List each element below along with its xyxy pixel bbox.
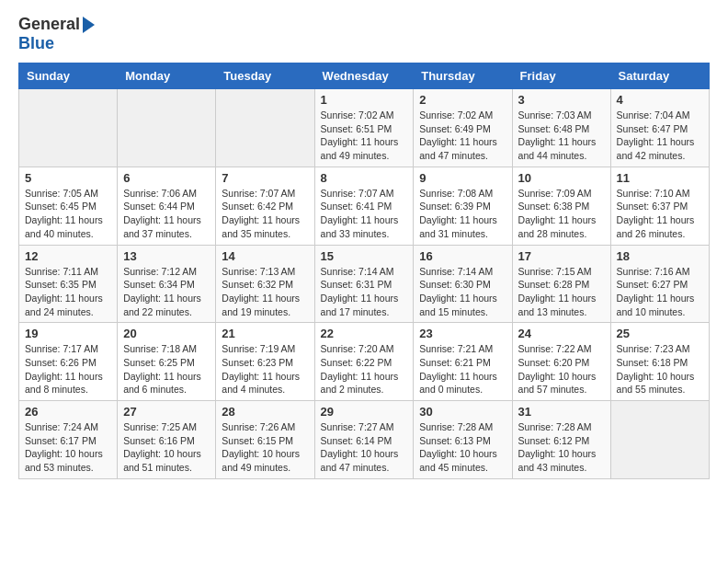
calendar-cell: 18Sunrise: 7:16 AM Sunset: 6:27 PM Dayli…: [610, 245, 709, 323]
day-number: 29: [321, 405, 408, 419]
calendar-cell: 1Sunrise: 7:02 AM Sunset: 6:51 PM Daylig…: [314, 89, 414, 167]
calendar-cell: 13Sunrise: 7:12 AM Sunset: 6:34 PM Dayli…: [118, 245, 216, 323]
day-number: 5: [25, 171, 111, 185]
day-number: 30: [419, 405, 506, 419]
day-info: Sunrise: 7:02 AM Sunset: 6:51 PM Dayligh…: [321, 109, 408, 163]
day-number: 23: [419, 327, 506, 340]
calendar-header-tuesday: Tuesday: [216, 63, 314, 89]
calendar-cell: 22Sunrise: 7:20 AM Sunset: 6:22 PM Dayli…: [314, 323, 414, 401]
calendar-week-row: 19Sunrise: 7:17 AM Sunset: 6:26 PM Dayli…: [19, 323, 710, 401]
calendar-cell: 14Sunrise: 7:13 AM Sunset: 6:32 PM Dayli…: [216, 245, 314, 323]
calendar-header-row: SundayMondayTuesdayWednesdayThursdayFrid…: [19, 63, 710, 89]
day-number: 13: [123, 249, 210, 263]
day-info: Sunrise: 7:28 AM Sunset: 6:13 PM Dayligh…: [419, 420, 506, 475]
logo-general: General: [18, 15, 80, 34]
day-info: Sunrise: 7:16 AM Sunset: 6:27 PM Dayligh…: [617, 265, 703, 319]
calendar-cell: 8Sunrise: 7:07 AM Sunset: 6:41 PM Daylig…: [314, 167, 414, 245]
calendar-header-monday: Monday: [118, 63, 216, 89]
calendar-cell: 7Sunrise: 7:07 AM Sunset: 6:42 PM Daylig…: [216, 167, 314, 245]
day-info: Sunrise: 7:06 AM Sunset: 6:44 PM Dayligh…: [123, 187, 210, 241]
calendar-week-row: 12Sunrise: 7:11 AM Sunset: 6:35 PM Dayli…: [19, 245, 710, 323]
day-number: 2: [419, 93, 506, 107]
calendar-cell: 31Sunrise: 7:28 AM Sunset: 6:12 PM Dayli…: [512, 401, 610, 479]
day-info: Sunrise: 7:20 AM Sunset: 6:22 PM Dayligh…: [321, 342, 408, 396]
day-number: 26: [25, 405, 111, 419]
day-number: 1: [321, 93, 408, 107]
calendar-cell: 29Sunrise: 7:27 AM Sunset: 6:14 PM Dayli…: [314, 401, 414, 479]
day-number: 14: [222, 249, 308, 263]
day-number: 20: [123, 327, 210, 340]
calendar-cell: 20Sunrise: 7:18 AM Sunset: 6:25 PM Dayli…: [118, 323, 216, 401]
day-info: Sunrise: 7:12 AM Sunset: 6:34 PM Dayligh…: [123, 265, 210, 319]
calendar-header-sunday: Sunday: [19, 63, 118, 89]
day-number: 11: [617, 171, 703, 185]
day-number: 6: [123, 171, 210, 185]
day-info: Sunrise: 7:22 AM Sunset: 6:20 PM Dayligh…: [518, 342, 605, 396]
calendar-cell: 3Sunrise: 7:03 AM Sunset: 6:48 PM Daylig…: [512, 89, 610, 167]
day-info: Sunrise: 7:08 AM Sunset: 6:39 PM Dayligh…: [419, 187, 506, 241]
day-number: 31: [518, 405, 605, 419]
day-info: Sunrise: 7:14 AM Sunset: 6:31 PM Dayligh…: [321, 265, 408, 319]
day-number: 21: [222, 327, 308, 340]
day-info: Sunrise: 7:05 AM Sunset: 6:45 PM Dayligh…: [25, 187, 111, 241]
day-number: 8: [321, 171, 408, 185]
day-number: 28: [222, 405, 308, 419]
day-info: Sunrise: 7:21 AM Sunset: 6:21 PM Dayligh…: [419, 342, 506, 396]
calendar-cell: 9Sunrise: 7:08 AM Sunset: 6:39 PM Daylig…: [414, 167, 512, 245]
day-info: Sunrise: 7:24 AM Sunset: 6:17 PM Dayligh…: [25, 420, 111, 475]
calendar-week-row: 26Sunrise: 7:24 AM Sunset: 6:17 PM Dayli…: [19, 401, 710, 479]
day-info: Sunrise: 7:07 AM Sunset: 6:42 PM Dayligh…: [222, 187, 308, 241]
header: GeneralBlue: [18, 15, 710, 53]
day-info: Sunrise: 7:17 AM Sunset: 6:26 PM Dayligh…: [25, 342, 111, 396]
day-number: 9: [419, 171, 506, 185]
page: GeneralBlue SundayMondayTuesdayWednesday…: [0, 0, 728, 563]
day-info: Sunrise: 7:11 AM Sunset: 6:35 PM Dayligh…: [25, 265, 111, 319]
day-number: 24: [518, 327, 605, 340]
day-info: Sunrise: 7:18 AM Sunset: 6:25 PM Dayligh…: [123, 342, 210, 396]
day-info: Sunrise: 7:04 AM Sunset: 6:47 PM Dayligh…: [617, 109, 703, 163]
calendar-cell: [19, 89, 118, 167]
day-number: 16: [419, 249, 506, 263]
calendar-cell: 21Sunrise: 7:19 AM Sunset: 6:23 PM Dayli…: [216, 323, 314, 401]
day-number: 15: [321, 249, 408, 263]
logo-blue: Blue: [18, 34, 54, 53]
calendar-cell: 23Sunrise: 7:21 AM Sunset: 6:21 PM Dayli…: [414, 323, 512, 401]
day-number: 12: [25, 249, 111, 263]
calendar-cell: 25Sunrise: 7:23 AM Sunset: 6:18 PM Dayli…: [610, 323, 709, 401]
day-number: 4: [617, 93, 703, 107]
calendar-cell: 27Sunrise: 7:25 AM Sunset: 6:16 PM Dayli…: [118, 401, 216, 479]
day-info: Sunrise: 7:13 AM Sunset: 6:32 PM Dayligh…: [222, 265, 308, 319]
day-info: Sunrise: 7:15 AM Sunset: 6:28 PM Dayligh…: [518, 265, 605, 319]
day-number: 18: [617, 249, 703, 263]
calendar-cell: 11Sunrise: 7:10 AM Sunset: 6:37 PM Dayli…: [610, 167, 709, 245]
day-number: 7: [222, 171, 308, 185]
day-number: 22: [321, 327, 408, 340]
calendar-header-friday: Friday: [512, 63, 610, 89]
calendar-cell: 19Sunrise: 7:17 AM Sunset: 6:26 PM Dayli…: [19, 323, 118, 401]
day-info: Sunrise: 7:10 AM Sunset: 6:37 PM Dayligh…: [617, 187, 703, 241]
calendar-cell: 15Sunrise: 7:14 AM Sunset: 6:31 PM Dayli…: [314, 245, 414, 323]
calendar-cell: 30Sunrise: 7:28 AM Sunset: 6:13 PM Dayli…: [414, 401, 512, 479]
day-number: 10: [518, 171, 605, 185]
calendar-header-thursday: Thursday: [414, 63, 512, 89]
day-info: Sunrise: 7:09 AM Sunset: 6:38 PM Dayligh…: [518, 187, 605, 241]
day-info: Sunrise: 7:25 AM Sunset: 6:16 PM Dayligh…: [123, 420, 210, 475]
day-info: Sunrise: 7:27 AM Sunset: 6:14 PM Dayligh…: [321, 420, 408, 475]
day-info: Sunrise: 7:26 AM Sunset: 6:15 PM Dayligh…: [222, 420, 308, 475]
day-info: Sunrise: 7:07 AM Sunset: 6:41 PM Dayligh…: [321, 187, 408, 241]
calendar-cell: 10Sunrise: 7:09 AM Sunset: 6:38 PM Dayli…: [512, 167, 610, 245]
day-info: Sunrise: 7:23 AM Sunset: 6:18 PM Dayligh…: [617, 342, 703, 396]
calendar-cell: 24Sunrise: 7:22 AM Sunset: 6:20 PM Dayli…: [512, 323, 610, 401]
calendar-cell: 28Sunrise: 7:26 AM Sunset: 6:15 PM Dayli…: [216, 401, 314, 479]
logo: GeneralBlue: [18, 15, 95, 53]
calendar-cell: [118, 89, 216, 167]
calendar-cell: [610, 401, 709, 479]
day-info: Sunrise: 7:02 AM Sunset: 6:49 PM Dayligh…: [419, 109, 506, 163]
day-number: 27: [123, 405, 210, 419]
calendar-cell: 17Sunrise: 7:15 AM Sunset: 6:28 PM Dayli…: [512, 245, 610, 323]
calendar-week-row: 1Sunrise: 7:02 AM Sunset: 6:51 PM Daylig…: [19, 89, 710, 167]
calendar-week-row: 5Sunrise: 7:05 AM Sunset: 6:45 PM Daylig…: [19, 167, 710, 245]
day-number: 17: [518, 249, 605, 263]
calendar-cell: 5Sunrise: 7:05 AM Sunset: 6:45 PM Daylig…: [19, 167, 118, 245]
calendar-header-saturday: Saturday: [610, 63, 709, 89]
